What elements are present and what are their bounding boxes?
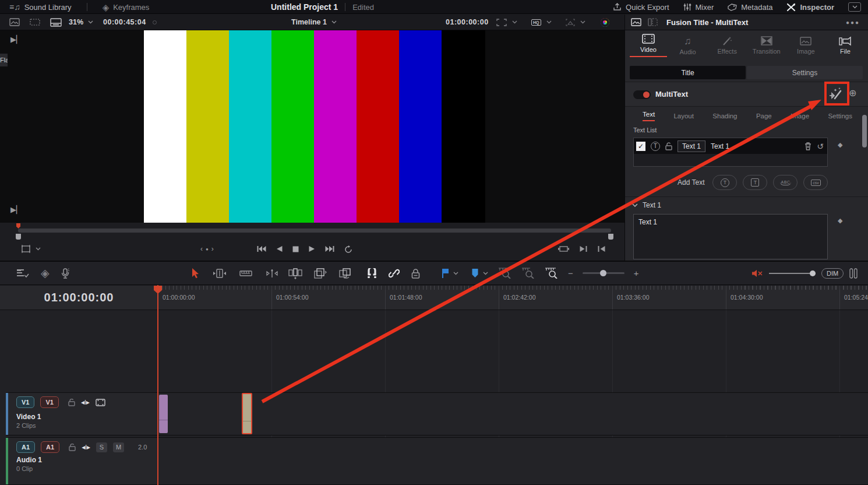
replace-clip-icon[interactable]	[338, 268, 354, 279]
snapping-magnet-icon[interactable]	[367, 268, 377, 279]
delete-icon[interactable]	[805, 142, 811, 150]
timeline-playhead-timecode[interactable]: 01:00:00:00	[0, 291, 158, 304]
panel-collapse-button[interactable]	[848, 2, 861, 12]
jump-next-edit-icon[interactable]: ▶▏	[10, 205, 22, 214]
chevron-down-icon[interactable]	[512, 20, 517, 24]
out-point-handle[interactable]	[608, 234, 613, 240]
add-point-text-button[interactable]: T	[712, 175, 737, 190]
proxy-hq-icon[interactable]: HQ	[531, 19, 541, 26]
stop-button[interactable]	[292, 246, 299, 252]
voiceover-mic-icon[interactable]	[61, 268, 69, 279]
audio-track-target-badge[interactable]: A1	[16, 441, 35, 453]
metadata-button[interactable]: Metadata	[728, 3, 772, 12]
link-clips-icon[interactable]	[389, 268, 400, 279]
text-item-name-field[interactable]: Text 1	[678, 140, 705, 152]
import-csv-button[interactable]: csv	[803, 175, 828, 190]
tab-audio[interactable]: ♫ Audio	[669, 36, 707, 55]
loop-playback-button[interactable]	[344, 245, 352, 253]
sound-library-button[interactable]: ≡♫ Sound Library	[9, 3, 72, 12]
timeline-view-icon[interactable]	[50, 18, 62, 27]
zoom-custom-icon[interactable]	[545, 268, 559, 279]
inspector-button[interactable]: Inspector	[786, 3, 834, 12]
razor-edit-mode-icon[interactable]	[239, 269, 252, 278]
inspector-scrollbar[interactable]	[862, 115, 867, 147]
add-box-text-button[interactable]: T	[743, 175, 767, 190]
tab-video[interactable]: Video	[630, 34, 667, 57]
master-volume-slider[interactable]	[769, 273, 816, 274]
keyframe-diamond-icon[interactable]: ◆	[838, 141, 842, 149]
dynamic-trim-icon[interactable]	[265, 269, 279, 278]
unlock-icon[interactable]	[665, 142, 672, 150]
chevron-down-icon[interactable]	[580, 20, 585, 24]
chevron-down-icon[interactable]	[453, 272, 458, 275]
zoom-full-extent-icon[interactable]	[498, 268, 512, 279]
audio-track-lane[interactable]	[158, 437, 868, 485]
in-point-handle[interactable]	[16, 234, 21, 240]
text-list-row[interactable]: ✓ T Text 1 Text 1 ↺	[634, 138, 827, 154]
clip-view-icon[interactable]	[631, 18, 641, 26]
play-around-icon[interactable]	[580, 245, 587, 252]
track-lock-icon[interactable]	[69, 444, 76, 451]
tab-settings[interactable]: Settings	[828, 113, 852, 120]
go-to-end-button[interactable]	[325, 245, 334, 252]
auto-select-icon[interactable]: ◂I▸	[81, 398, 90, 406]
overwrite-clip-icon[interactable]	[314, 268, 327, 279]
timeline-ruler[interactable]: 01:00:00:00 01:00:54:00 01:01:48:00 01:0…	[158, 286, 868, 310]
chevron-down-icon[interactable]	[546, 20, 552, 24]
video-track-lane[interactable]	[158, 392, 868, 435]
audio-track-source-badge[interactable]: A1	[41, 441, 59, 453]
zoom-in-button[interactable]: +	[634, 269, 639, 277]
keyframes-button[interactable]: ◈ Keyframes	[103, 3, 150, 12]
play-button[interactable]	[309, 245, 315, 252]
solo-button[interactable]: S	[96, 442, 107, 452]
auto-select-icon[interactable]: ◂I▸	[82, 443, 90, 451]
source-timecode[interactable]: 00:00:45:04	[103, 18, 146, 26]
timeline-playhead-line[interactable]	[157, 285, 158, 485]
tab-text[interactable]: Text	[643, 111, 655, 121]
video-track-target-badge[interactable]: V1	[16, 396, 34, 408]
inspector-options-icon[interactable]: ●●●	[846, 20, 860, 26]
timeline-clip-title-2-selected[interactable]	[242, 393, 252, 434]
visibility-checkbox[interactable]: ✓	[636, 142, 645, 151]
tab-image[interactable]: Image	[791, 113, 809, 120]
keyframe-diamond-icon[interactable]: ◆	[838, 217, 842, 224]
reset-icon[interactable]: ↺	[817, 142, 824, 150]
add-path-text-button[interactable]: ABC	[773, 175, 798, 190]
viewer-canvas[interactable]: ▶▏ ▶▏ Fla	[0, 30, 624, 223]
safe-area-icon[interactable]	[496, 19, 507, 26]
node-view-icon[interactable]	[647, 18, 658, 26]
jog-dot-icon[interactable]: ●	[206, 247, 209, 252]
slider-knob[interactable]	[810, 270, 816, 276]
track-film-icon[interactable]	[96, 399, 105, 406]
transform-icon[interactable]	[566, 19, 575, 26]
color-enhance-icon[interactable]	[601, 18, 609, 27]
position-lock-icon[interactable]	[411, 268, 420, 279]
go-to-in-icon[interactable]	[598, 245, 605, 252]
viewer-zoom-level[interactable]: 31%	[69, 18, 83, 26]
meters-icon[interactable]	[849, 268, 858, 279]
flag-icon[interactable]	[442, 268, 449, 278]
selection-tool-cursor[interactable]	[191, 268, 200, 279]
keyframe-layers-icon[interactable]: ◈	[41, 266, 50, 280]
tab-page[interactable]: Page	[756, 113, 772, 120]
go-to-start-button[interactable]	[257, 245, 266, 252]
filmstrip-view-icon[interactable]	[29, 18, 41, 26]
trim-edit-mode-icon[interactable]	[213, 269, 227, 278]
viewer-playhead-marker[interactable]	[16, 223, 20, 229]
tab-image[interactable]: Image	[787, 37, 824, 55]
marker-icon[interactable]	[471, 268, 479, 278]
chevron-down-icon[interactable]	[331, 20, 337, 24]
text1-textarea[interactable]: Text 1	[633, 214, 828, 259]
zoom-out-button[interactable]: −	[568, 269, 573, 277]
track-lock-icon[interactable]	[68, 399, 75, 406]
subtab-title[interactable]: Title	[630, 66, 746, 79]
node-enable-toggle[interactable]	[633, 90, 651, 99]
mixer-button[interactable]: Mixer	[683, 3, 714, 12]
timeline-options-icon[interactable]	[16, 269, 29, 278]
tab-effects[interactable]: Effects	[708, 36, 746, 55]
quick-export-button[interactable]: Quick Export	[613, 3, 669, 12]
shuttle-left-icon[interactable]: ‹	[200, 245, 203, 253]
tab-layout[interactable]: Layout	[673, 113, 694, 120]
chevron-down-icon[interactable]	[483, 272, 488, 275]
video-track-header[interactable]: V1 V1 ◂I▸ Video 1 2 Clips	[6, 392, 158, 435]
